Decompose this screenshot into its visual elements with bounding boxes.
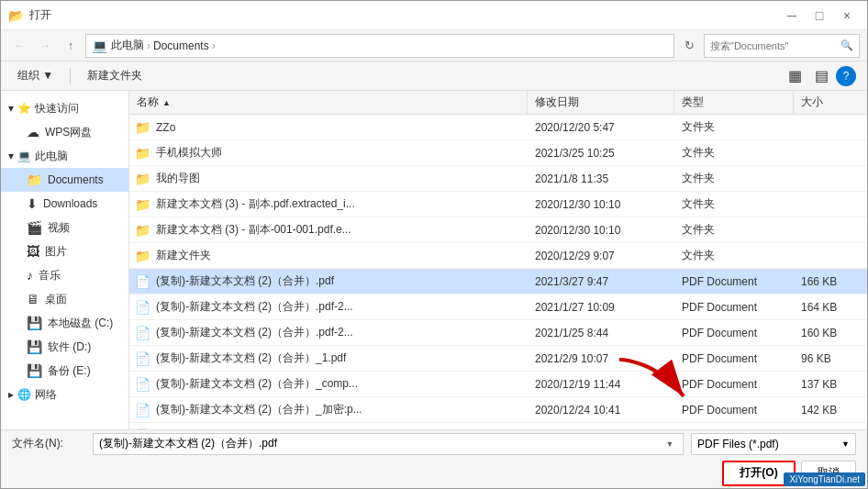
table-row[interactable]: 📄 (复制)-新建文本文档 (2)（合并）_comp... 2020/12/19…	[129, 372, 867, 397]
filename-input[interactable]: (复制)-新建文本文档 (2)（合并）.pdf ▼	[93, 433, 684, 455]
file-date: 2021/1/8 11:35	[528, 172, 674, 185]
sidebar-item-network[interactable]: ▸ 🌐 网络	[1, 383, 128, 406]
sidebar-item-wps-cloud[interactable]: ☁ WPS网盘	[1, 120, 128, 144]
sidebar-item-downloads[interactable]: ⬇ Downloads	[1, 192, 128, 216]
file-name-text: (复制)-新建文本文档 (2)（合并）_1.pdf	[156, 350, 346, 366]
sidebar-item-quick-access[interactable]: ▾ ⭐ 快速访问	[1, 96, 128, 120]
filetype-select[interactable]: PDF Files (*.pdf) ▼	[691, 433, 856, 455]
up-button[interactable]: ↑	[60, 35, 82, 57]
network-icon: 🌐	[17, 388, 31, 401]
view-grid-button[interactable]: ▦	[783, 65, 807, 87]
col-header-type[interactable]: 类型	[674, 91, 794, 114]
col-header-date[interactable]: 修改日期	[528, 91, 674, 114]
folder-icon: 📁	[135, 120, 150, 135]
sort-icon: ▲	[162, 98, 171, 107]
file-date: 2021/1/27 10:09	[528, 301, 674, 314]
filename-row: 文件名(N): (复制)-新建文本文档 (2)（合并）.pdf ▼ PDF Fi…	[12, 433, 856, 455]
file-size: 96 KB	[794, 352, 867, 365]
file-name-text: 新建文本文档 (3) - 副本-001-001.pdf.e...	[156, 222, 351, 238]
filename-label: 文件名(N):	[12, 436, 85, 451]
chevron-icon3: ▸	[8, 388, 14, 401]
folder-icon: 📁	[135, 172, 150, 186]
folder-icon: 📁	[135, 249, 150, 263]
title-bar: 📂 打开 ─ □ ×	[1, 1, 867, 30]
computer-icon: 💻	[92, 39, 107, 53]
file-date: 2021/2/9 10:07	[528, 352, 674, 365]
back-button[interactable]: ←	[8, 35, 30, 57]
file-list-header: 名称 ▲ 修改日期 类型 大小	[129, 91, 867, 115]
software-d-label: 软件 (D:)	[48, 339, 91, 355]
address-bar[interactable]: 💻 此电脑 › Documents ›	[85, 34, 674, 58]
table-row[interactable]: 📁 ZZo 2020/12/20 5:47 文件夹	[129, 115, 867, 140]
sidebar-item-videos[interactable]: 🎬 视频	[1, 216, 128, 239]
main-content: ▾ ⭐ 快速访问 ☁ WPS网盘 ▾ 💻 此电脑 📁 Documents ⬇ D…	[1, 91, 867, 429]
sidebar-item-backup-e[interactable]: 💾 备份 (E:)	[1, 359, 128, 383]
toolbar-separator	[70, 68, 71, 84]
file-name-cell: 📄 (复制)-新建文本文档 (2)（合并）.pdf-2...	[129, 325, 528, 340]
sidebar-item-this-pc[interactable]: ▾ 💻 此电脑	[1, 144, 128, 168]
window-icon: 📂	[8, 8, 24, 23]
sidebar-item-local-c[interactable]: 💾 本地磁盘 (C:)	[1, 311, 128, 335]
pdf-icon: 📄	[135, 377, 150, 392]
search-box[interactable]: 🔍	[704, 34, 860, 58]
disk-c-icon: 💾	[27, 316, 42, 330]
star-icon: ⭐	[17, 102, 31, 115]
sidebar-item-documents[interactable]: 📁 Documents	[1, 168, 128, 192]
maximize-button[interactable]: □	[807, 6, 832, 25]
filename-dropdown-icon[interactable]: ▼	[662, 434, 677, 454]
file-date: 2020/12/24 10:41	[528, 404, 674, 417]
file-date: 2020/12/19 11:44	[528, 378, 674, 391]
disk-e-icon: 💾	[27, 363, 42, 378]
cloud-icon: ☁	[27, 125, 39, 139]
sidebar-item-pictures[interactable]: 🖼 图片	[1, 239, 128, 263]
organize-button[interactable]: 组织 ▼	[12, 65, 59, 87]
view-list-button[interactable]: ▤	[809, 65, 834, 87]
table-row[interactable]: 📄 (复制)-新建文本文档 (2)（合并）.pdf 2021/3/27 9:47…	[129, 269, 867, 295]
downloads-icon: ⬇	[27, 196, 38, 211]
help-button[interactable]: ?	[836, 66, 856, 86]
close-button[interactable]: ×	[834, 6, 860, 25]
desktop-label: 桌面	[45, 292, 67, 307]
new-folder-button[interactable]: 新建文件夹	[82, 65, 148, 87]
filename-value: (复制)-新建文本文档 (2)（合并）.pdf	[99, 436, 662, 451]
computer-icon2: 💻	[17, 150, 31, 162]
file-name-text: (复制)-新建文本文档 (2)（合并）.pdf-2...	[156, 299, 353, 315]
action-row: 打开(O) 取消	[12, 461, 856, 486]
action-toolbar: 组织 ▼ 新建文件夹 ▦ ▤ ?	[1, 61, 867, 91]
file-date: 2020/12/20 5:47	[528, 121, 674, 134]
filetype-dropdown-icon[interactable]: ▼	[841, 439, 850, 449]
breadcrumb-documents: Documents	[153, 39, 209, 52]
forward-button[interactable]: →	[34, 35, 56, 57]
table-row[interactable]: 📁 手机模拟大师 2021/3/25 10:25 文件夹	[129, 140, 867, 166]
table-row[interactable]: 📁 新建文件夹 2020/12/29 9:07 文件夹	[129, 243, 867, 269]
search-input[interactable]	[710, 40, 837, 51]
sidebar-item-music[interactable]: ♪ 音乐	[1, 263, 128, 287]
col-header-name[interactable]: 名称 ▲	[129, 91, 528, 114]
file-size: 164 KB	[794, 301, 867, 314]
file-name-text: ZZo	[156, 121, 175, 134]
table-row[interactable]: 📄 (复制)-新建文本文档 (2)（合并）.pdf-2... 2021/1/27…	[129, 295, 867, 320]
table-row[interactable]: 📄 (复制)-新建文本文档 (2)（合并）.pdf-2... 2021/1/25…	[129, 320, 867, 346]
documents-label: Documents	[48, 173, 104, 186]
table-row[interactable]: 📁 新建文本文档 (3) - 副本.pdf.extracted_i... 202…	[129, 192, 867, 217]
minimize-button[interactable]: ─	[779, 6, 805, 25]
table-row[interactable]: 📄 (复制)-新建文本文档 (2)（合并）_1.pdf 2021/2/9 10:…	[129, 346, 867, 372]
file-date: 2020/12/30 10:10	[528, 198, 674, 211]
file-size: 142 KB	[794, 404, 867, 417]
sidebar-item-desktop[interactable]: 🖥 桌面	[1, 287, 128, 311]
sidebar: ▾ ⭐ 快速访问 ☁ WPS网盘 ▾ 💻 此电脑 📁 Documents ⬇ D…	[1, 91, 129, 429]
downloads-label: Downloads	[43, 197, 97, 210]
refresh-button[interactable]: ↻	[678, 35, 700, 57]
sidebar-item-software-d[interactable]: 💾 软件 (D:)	[1, 335, 128, 359]
table-row[interactable]: 📄 (复制)-新建文本文档 (2)（合并）_加密:p... 2020/12/24…	[129, 397, 867, 423]
file-type: PDF Document	[674, 275, 794, 288]
table-row[interactable]: 📁 新建文本文档 (3) - 副本-001-001.pdf.e... 2020/…	[129, 217, 867, 243]
local-c-label: 本地磁盘 (C:)	[48, 316, 113, 331]
breadcrumb-sep1: ›	[147, 39, 150, 52]
table-row[interactable]: 📄 (复制)-新建文本文档 (2)（合并）_加密:p... 2021/2/24 …	[129, 423, 867, 429]
pdf-icon: 📄	[135, 351, 150, 366]
table-row[interactable]: 📁 我的导图 2021/1/8 11:35 文件夹	[129, 166, 867, 192]
file-name-cell: 📁 手机模拟大师	[129, 145, 528, 161]
col-header-size[interactable]: 大小	[794, 91, 867, 114]
file-type: 文件夹	[674, 222, 794, 238]
